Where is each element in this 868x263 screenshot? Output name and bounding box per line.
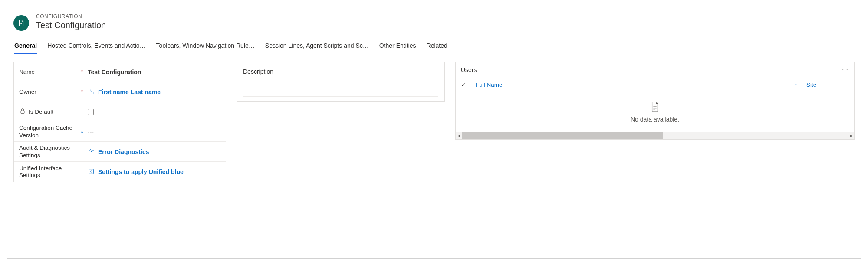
tab-toolbars[interactable]: Toolbars, Window Navigation Rule… — [156, 39, 255, 54]
scroll-track[interactable] — [462, 132, 848, 139]
svg-rect-2 — [89, 169, 94, 174]
is-default-label: Is Default — [29, 108, 53, 115]
scroll-left-button[interactable]: ◂ — [456, 133, 462, 138]
document-icon — [650, 101, 660, 112]
horizontal-scrollbar[interactable]: ◂ ▸ — [456, 132, 854, 139]
required-indicator: * — [80, 89, 84, 95]
svg-rect-1 — [21, 111, 24, 113]
owner-value[interactable]: First name Last name — [84, 88, 220, 96]
audit-value[interactable]: Error Diagnostics — [84, 148, 220, 156]
name-value[interactable]: Test Configuration — [84, 69, 220, 76]
entity-type-label: CONFIGURATION — [36, 13, 106, 20]
users-grid-header: ✓ Full Name ↑ Site — [456, 77, 854, 92]
owner-label: Owner — [19, 89, 36, 95]
users-section: Users ⋯ ✓ Full Name ↑ Site — [455, 62, 855, 140]
description-value[interactable]: --- — [243, 80, 438, 97]
field-name[interactable]: Name * Test Configuration — [14, 62, 226, 82]
field-cache-version[interactable]: Configuration Cache Version * --- — [14, 122, 226, 142]
tab-bar: General Hosted Controls, Events and Acti… — [13, 39, 855, 54]
column-header-fullname[interactable]: Full Name ↑ — [471, 77, 802, 92]
field-unified-settings[interactable]: Unified Interface Settings Settings to a… — [14, 162, 226, 182]
entity-icon — [13, 15, 29, 31]
unified-label: Unified Interface Settings — [19, 165, 80, 179]
required-indicator: * — [80, 69, 84, 76]
select-all-checkbox[interactable]: ✓ — [456, 77, 471, 92]
cache-value[interactable]: --- — [84, 128, 220, 135]
tab-hosted-controls[interactable]: Hosted Controls, Events and Actio… — [47, 39, 145, 54]
audit-label: Audit & Diagnostics Settings — [19, 145, 80, 158]
scroll-thumb[interactable] — [462, 132, 663, 139]
page-title: Test Configuration — [36, 20, 106, 30]
tab-session-lines[interactable]: Session Lines, Agent Scripts and Sc… — [265, 39, 369, 54]
empty-message: No data available. — [631, 116, 679, 123]
field-audit-settings[interactable]: Audit & Diagnostics Settings Error Diagn… — [14, 142, 226, 162]
svg-point-3 — [90, 171, 92, 172]
lock-icon — [19, 108, 26, 116]
svg-point-0 — [90, 89, 92, 91]
users-grid-empty: No data available. — [456, 92, 854, 132]
field-is-default: Is Default — [14, 102, 226, 122]
field-owner[interactable]: Owner * First name Last name — [14, 82, 226, 102]
sort-asc-icon: ↑ — [794, 82, 797, 88]
diagnostics-icon — [88, 148, 95, 156]
settings-icon — [88, 168, 95, 176]
more-options-button[interactable]: ⋯ — [842, 66, 849, 73]
users-title: Users — [461, 66, 477, 73]
tab-other-entities[interactable]: Other Entities — [379, 39, 416, 54]
tab-general[interactable]: General — [14, 39, 37, 54]
description-section: Description --- — [237, 62, 445, 102]
checkbox-unchecked-icon — [88, 109, 94, 115]
name-label: Name — [19, 69, 35, 75]
column-header-site[interactable]: Site — [802, 77, 854, 92]
description-label: Description — [243, 68, 438, 75]
unified-value[interactable]: Settings to apply Unified blue — [84, 168, 220, 176]
cache-label: Configuration Cache Version — [19, 125, 80, 138]
page-header: CONFIGURATION Test Configuration — [13, 13, 855, 31]
form-section: Name * Test Configuration Owner * First … — [13, 62, 226, 182]
check-icon: ✓ — [461, 81, 466, 88]
tab-related[interactable]: Related — [427, 39, 447, 54]
is-default-value — [84, 109, 220, 115]
person-icon — [88, 88, 95, 96]
scroll-right-button[interactable]: ▸ — [848, 133, 854, 138]
